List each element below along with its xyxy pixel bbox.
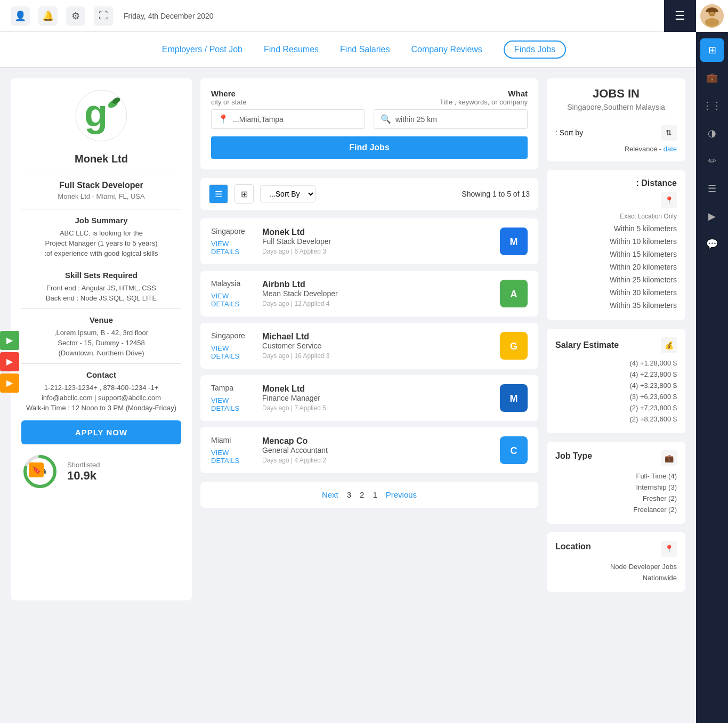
location-option[interactable]: Node Developer Jobs (555, 561, 677, 572)
keywords-input[interactable] (395, 115, 521, 124)
view-details-link[interactable]: VIEW DETAILS (211, 344, 254, 360)
progress-circle: 80% 🔖 (21, 453, 59, 490)
svg-text:C: C (511, 445, 517, 456)
job-type-icon-button[interactable]: 💼 (661, 450, 677, 466)
sidebar-icon-briefcase[interactable]: 💼 (700, 66, 724, 90)
salary-card: Salary Estimate 💰 (4) +1,28,000 $(4) +2,… (547, 329, 685, 433)
svg-point-4 (714, 12, 715, 13)
page-2[interactable]: 2 (360, 490, 364, 499)
distance-option[interactable]: Within 30 kilometers (555, 286, 677, 299)
nav-find-salaries[interactable]: Find Salaries (340, 45, 390, 54)
next-button[interactable]: Next (322, 490, 338, 499)
sidebar-icon-play[interactable]: ▶ (700, 205, 724, 228)
job-info: Monek Ltd Finance Manager Days ago | 7 A… (262, 384, 491, 412)
right-sidebar: ⊞ 💼 ⋮⋮ ◑ ✏ ☰ ▶ 💬 (696, 0, 728, 723)
nav-finds-jobs[interactable]: Finds Jobs (504, 40, 566, 59)
job-company-name: Monek Ltd (262, 384, 491, 394)
job-company-name: Airbnb Ltd (262, 280, 491, 289)
distance-title: : Distance (636, 178, 677, 188)
page-3[interactable]: 3 (347, 490, 351, 499)
nav-company-reviews[interactable]: Company Reviews (411, 45, 482, 54)
keywords-input-wrap: 🔍 (374, 109, 528, 129)
salary-option[interactable]: (2) +7,23,800 $ (555, 402, 677, 413)
date-link[interactable]: date (664, 145, 677, 153)
salary-option[interactable]: (2) +8,23,600 $ (555, 413, 677, 425)
user-icon[interactable]: 👤 (11, 6, 30, 26)
left-float-red[interactable]: ▶ (0, 352, 19, 371)
job-city: Singapore (211, 227, 254, 235)
job-type-option[interactable]: Full- Time (4) (555, 470, 677, 482)
top-bar-icons: 👤 🔔 ⚙ ⛶ (11, 6, 113, 26)
view-details-link[interactable]: VIEW DETAILS (211, 396, 254, 412)
location-icon-button[interactable]: 📍 (661, 541, 677, 557)
distance-option[interactable]: Within 10 kilometers (555, 235, 677, 248)
job-summary-text2: Project Manager (1 years to 5 years) (21, 239, 181, 247)
search-box: Where city or state What Title , keyword… (200, 78, 538, 169)
what-group: What Title , keywords, or company (376, 89, 528, 106)
bookmark-icon: 🔖 (29, 462, 44, 477)
find-jobs-button[interactable]: Find Jobs (211, 136, 528, 159)
location-title: Location (555, 542, 591, 551)
job-card: Miami VIEW DETAILS Mencap Co General Acc… (200, 427, 538, 473)
venue-line3: (Downtown, Northern Drive) (21, 349, 181, 357)
apply-now-button[interactable]: APPLY NOW (21, 420, 181, 444)
sidebar-icon-list[interactable]: ☰ (700, 177, 724, 200)
svg-text:A: A (511, 289, 517, 299)
sort-icon-button[interactable]: ⇅ (661, 125, 677, 141)
previous-button[interactable]: Previous (386, 490, 417, 499)
list-view-button[interactable]: ☰ (209, 184, 228, 204)
left-float-orange[interactable]: ▶ (0, 373, 19, 393)
bell-icon[interactable]: 🔔 (38, 6, 58, 26)
salary-option[interactable]: (3) +6,23,600 $ (555, 391, 677, 402)
expand-icon[interactable]: ⛶ (94, 6, 113, 26)
page-1[interactable]: 1 (373, 490, 377, 499)
grid-view-button[interactable]: ⊞ (234, 184, 254, 204)
sort-by-row: : Sort by ⇅ (555, 125, 677, 141)
job-info: Michael Ltd Customer Service Days ago | … (262, 332, 491, 360)
svg-text:M: M (510, 237, 518, 247)
job-type-option[interactable]: Fresher (2) (555, 493, 677, 504)
distance-option[interactable]: Within 20 kilometers (555, 261, 677, 273)
company-logo: g (21, 89, 181, 144)
distance-option[interactable]: Within 25 kilometers (555, 273, 677, 286)
job-info: Monek Ltd Full Stack Developer Days ago … (262, 228, 491, 255)
location-input[interactable] (233, 115, 358, 124)
job-type-option[interactable]: Internship (3) (555, 482, 677, 493)
sidebar-icon-apps[interactable]: ⋮⋮ (700, 94, 724, 117)
city-or-state-label: city or state (211, 98, 246, 106)
distance-option[interactable]: Within 35 kilometers (555, 299, 677, 312)
location-option[interactable]: Nationwide (555, 572, 677, 583)
salary-icon-button[interactable]: 💰 (661, 337, 677, 353)
distance-options-list: Within 5 kilometersWithin 10 kilometersW… (555, 222, 677, 312)
job-meta: Days ago | 6 Applied 3 (262, 248, 491, 255)
distance-icon-button[interactable]: 📍 (661, 192, 677, 208)
nav-employers-post-job[interactable]: Employers / Post Job (162, 45, 242, 54)
contact-phone: 1-212-123-1234+ , 878-400-1234 -1+ (21, 384, 181, 392)
sidebar-icon-grid[interactable]: ⊞ (700, 38, 724, 62)
view-details-link[interactable]: VIEW DETAILS (211, 240, 254, 256)
gear-icon[interactable]: ⚙ (66, 6, 85, 26)
relevance-date: Relevance - date (555, 145, 677, 153)
salary-option[interactable]: (4) +2,23,800 $ (555, 369, 677, 380)
exact-location: Exact Location Only (555, 213, 677, 220)
job-type-option[interactable]: Freelancer (2) (555, 504, 677, 515)
left-float-green[interactable]: ▶ (0, 331, 19, 350)
distance-card: : Distance 📍 Exact Location Only Within … (547, 170, 685, 320)
salary-option[interactable]: (4) +1,28,000 $ (555, 358, 677, 369)
job-meta: Days ago | 12 Applied 4 (262, 300, 491, 307)
sidebar-icon-chat[interactable]: 💬 (700, 232, 724, 256)
view-details-link[interactable]: VIEW DETAILS (211, 292, 254, 308)
sidebar-icon-pen[interactable]: ✏ (700, 149, 724, 173)
job-city: Tampa (211, 384, 254, 392)
menu-toggle[interactable]: ☰ (664, 0, 696, 32)
job-meta: Days ago | 16 Applied 3 (262, 352, 491, 360)
distance-option[interactable]: Within 15 kilometers (555, 248, 677, 261)
sidebar-icon-layers[interactable]: ◑ (700, 121, 724, 145)
view-details-link[interactable]: VIEW DETAILS (211, 449, 254, 465)
distance-option[interactable]: Within 5 kilometers (555, 222, 677, 235)
sort-select[interactable]: ...Sort By (260, 185, 316, 202)
job-role: Mean Stack Developer (262, 289, 491, 298)
top-date: Friday, 4th December 2020 (124, 12, 214, 20)
nav-find-resumes[interactable]: Find Resumes (264, 45, 319, 54)
salary-option[interactable]: (4) +3,23,800 $ (555, 380, 677, 391)
